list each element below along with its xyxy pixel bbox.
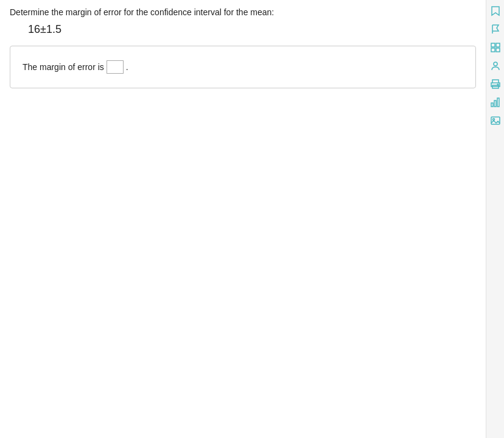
svg-rect-10 [494,101,496,107]
svg-rect-6 [492,80,499,83]
print-icon[interactable] [488,77,503,91]
person-icon[interactable] [488,58,503,73]
svg-point-8 [497,84,499,85]
svg-rect-12 [491,117,500,124]
sidebar [486,0,504,438]
bookmark-icon[interactable] [488,4,503,18]
answer-box: The margin of error is . [10,46,476,88]
chart-icon[interactable] [488,95,503,110]
svg-rect-4 [496,48,500,52]
flag-icon[interactable] [488,22,503,37]
svg-rect-2 [496,43,500,47]
svg-marker-0 [492,7,499,15]
main-content: Determine the margin of error for the co… [0,0,486,438]
answer-input-field[interactable] [107,60,124,74]
answer-label-before: The margin of error is [23,62,104,72]
answer-label-after: . [126,62,128,72]
question-instruction: Determine the margin of error for the co… [10,7,476,17]
svg-rect-11 [497,98,499,107]
svg-rect-1 [491,43,495,47]
svg-point-5 [494,62,497,66]
svg-rect-3 [491,48,495,52]
image-icon[interactable] [488,113,503,128]
svg-rect-9 [491,103,493,107]
grid-icon[interactable] [488,40,503,55]
equation-display: 16±1.5 [10,23,476,36]
